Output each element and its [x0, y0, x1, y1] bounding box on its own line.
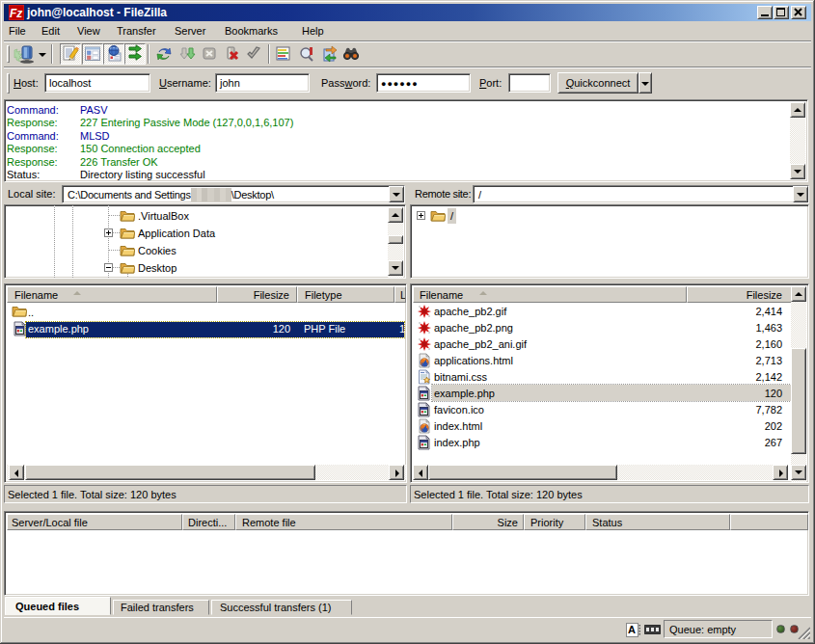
svg-text:A: A [628, 624, 636, 635]
svg-text:Fz: Fz [10, 7, 22, 20]
